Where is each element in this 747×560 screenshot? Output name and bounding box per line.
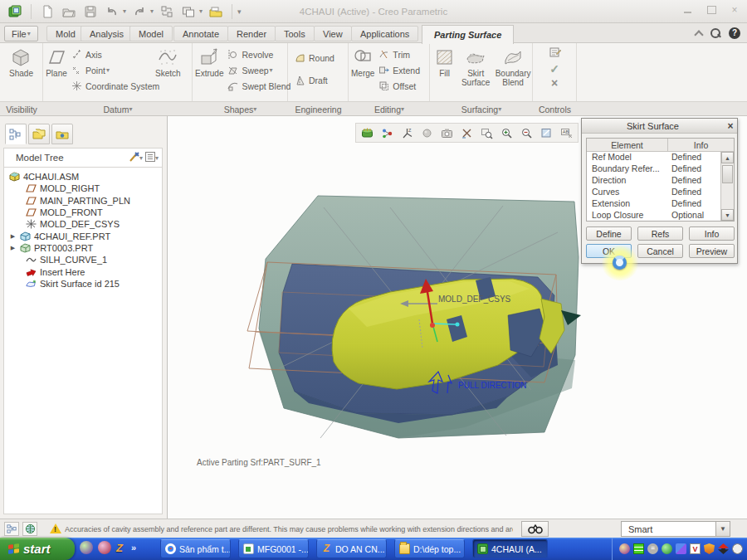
swept-blend-button[interactable]: Swept Blend xyxy=(225,78,293,94)
quick-launch-overflow-icon[interactable]: » xyxy=(131,543,136,553)
preview-button[interactable]: Preview xyxy=(689,244,735,258)
tab-render[interactable]: Render xyxy=(227,26,276,41)
table-row[interactable]: DirectionDefined xyxy=(587,175,720,187)
redo-dropdown-icon[interactable]: ▾ xyxy=(150,7,154,15)
regenerate-icon[interactable] xyxy=(159,3,175,20)
sweep-dropdown-icon[interactable]: ▾ xyxy=(270,66,273,74)
extend-button[interactable]: Extend xyxy=(376,62,422,78)
view-capture-icon[interactable] xyxy=(437,124,456,141)
annotation-display-icon[interactable] xyxy=(457,124,476,141)
task-folder[interactable]: D:\dép top... xyxy=(394,539,465,558)
round-button[interactable]: Round xyxy=(292,50,337,66)
scroll-up-icon[interactable]: ▲ xyxy=(721,152,734,163)
tree-item-mold-def-csys[interactable]: MOLD_DEF_CSYS xyxy=(4,218,162,230)
windows-icon[interactable] xyxy=(180,3,197,20)
updown-arrows-icon[interactable] xyxy=(718,543,729,554)
undo-dropdown-icon[interactable]: ▾ xyxy=(123,7,126,15)
plane-button[interactable]: Plane xyxy=(46,43,67,78)
skirt-surface-button[interactable]: Skirt Surface xyxy=(458,43,493,87)
refs-button[interactable]: Refs xyxy=(637,226,683,241)
close-window-icon[interactable] xyxy=(208,3,224,20)
antivirus-icon[interactable]: V xyxy=(690,543,701,554)
customize-toolbar-icon[interactable]: ▾ xyxy=(237,7,242,16)
dialog-close-icon[interactable]: × xyxy=(724,120,737,132)
tab-parting-surface[interactable]: Parting Surface xyxy=(422,25,514,44)
tree-settings-icon[interactable] xyxy=(129,151,140,164)
z-app-icon[interactable]: Z xyxy=(116,542,123,554)
clock-icon[interactable] xyxy=(732,543,743,554)
spin-center-icon[interactable] xyxy=(417,124,437,141)
selection-filter-dropdown-icon[interactable]: ▼ xyxy=(715,522,730,536)
idm-icon[interactable] xyxy=(662,543,672,554)
favorites-tab-icon[interactable] xyxy=(51,124,73,144)
browser-toggle-icon[interactable] xyxy=(22,522,37,536)
refit-icon[interactable] xyxy=(477,124,496,141)
label-editing[interactable]: Editing▾ xyxy=(349,102,430,116)
open-icon[interactable] xyxy=(61,3,77,20)
tab-analysis[interactable]: Analysis xyxy=(81,26,133,41)
tree-item-mold-front[interactable]: MOLD_FRONT xyxy=(4,207,162,218)
expand-icon[interactable]: ▶ xyxy=(9,245,17,251)
tab-applications[interactable]: Applications xyxy=(351,26,418,41)
tree-item-skirt-surface[interactable]: Skirt Surface id 215 xyxy=(4,278,162,290)
tab-tools[interactable]: Tools xyxy=(275,26,315,41)
search-icon[interactable] xyxy=(710,28,721,39)
tree-item-main-parting-pln[interactable]: MAIN_PARTING_PLN xyxy=(4,195,162,207)
column-element[interactable]: Element xyxy=(587,139,668,151)
tree-item-4chaui-ref[interactable]: ▶ 4CHAUI_REF.PRT xyxy=(4,230,162,241)
cancel-icon[interactable]: × xyxy=(551,77,558,89)
task-chrome[interactable]: Sản phẩm t... xyxy=(160,539,231,558)
tree-settings-dropdown-icon[interactable]: ▾ xyxy=(139,154,143,162)
fill-button[interactable]: Fill xyxy=(432,43,457,78)
save-icon[interactable] xyxy=(82,3,99,20)
windows-dropdown-icon[interactable]: ▾ xyxy=(199,7,203,15)
restore-button[interactable] xyxy=(706,5,717,15)
redo-icon[interactable] xyxy=(131,3,148,20)
accept-icon[interactable]: ✓ xyxy=(549,63,559,75)
app-icon[interactable] xyxy=(7,3,23,20)
label-shapes[interactable]: Shapes▾ xyxy=(193,102,288,116)
messenger-icon[interactable]: = xyxy=(647,543,658,554)
scroll-thumb[interactable] xyxy=(722,165,733,183)
file-menu-button[interactable]: File▾ xyxy=(4,26,38,41)
table-scrollbar[interactable]: ▲ ▼ xyxy=(720,152,734,221)
tree-filters-dropdown-icon[interactable]: ▾ xyxy=(155,154,159,162)
model-tree-tab-icon[interactable] xyxy=(5,124,27,144)
table-row[interactable]: CurvesDefined xyxy=(587,187,720,198)
undo-icon[interactable] xyxy=(104,3,120,20)
table-row[interactable]: Boundary Refer...Defined xyxy=(587,163,720,175)
cancel-button[interactable]: Cancel xyxy=(637,244,683,258)
trim-button[interactable]: Trim xyxy=(376,46,422,62)
csys-display-icon[interactable]: Z xyxy=(398,124,417,141)
tab-mold[interactable]: Mold xyxy=(46,26,85,41)
tree-filters-icon[interactable] xyxy=(144,151,156,164)
boundary-blend-button[interactable]: Boundary Blend xyxy=(494,43,532,87)
table-row[interactable]: Ref ModelDefined xyxy=(587,152,720,163)
axis-button[interactable]: Axis xyxy=(69,46,154,62)
info-button[interactable]: Info xyxy=(689,226,735,241)
display-style-icon[interactable] xyxy=(358,124,377,141)
csys-label[interactable]: MOLD_DEF_CSYS xyxy=(438,295,511,304)
sketch-button[interactable]: Sketch xyxy=(155,43,181,78)
note-display-icon[interactable]: AB xyxy=(557,124,576,141)
point-dropdown-icon[interactable]: ▾ xyxy=(106,66,110,74)
expand-icon[interactable]: ▶ xyxy=(9,233,17,240)
label-datum[interactable]: Datum▾ xyxy=(43,102,193,116)
point-button[interactable]: Point▾ xyxy=(69,62,154,78)
extrude-button[interactable]: Extrude xyxy=(195,43,223,78)
navigator-toggle-icon[interactable] xyxy=(4,522,19,536)
tree-item-insert-here[interactable]: Insert Here xyxy=(4,265,162,277)
define-button[interactable]: Define xyxy=(586,226,632,241)
minimize-button[interactable] xyxy=(682,5,694,15)
find-button[interactable] xyxy=(521,521,549,537)
offset-button[interactable]: Offset xyxy=(376,78,422,94)
folder-browser-tab-icon[interactable] xyxy=(28,124,50,144)
selection-filter[interactable]: Smart ▼ xyxy=(621,521,730,537)
revolve-button[interactable]: Revolve xyxy=(225,46,293,62)
media-ball-icon[interactable] xyxy=(619,543,630,554)
tree-item-assembly[interactable]: 4CHAUI.ASM xyxy=(4,171,162,183)
tree-item-prt0003[interactable]: ▶ PRT0003.PRT xyxy=(4,242,162,254)
tab-model[interactable]: Model xyxy=(129,26,173,41)
close-button[interactable]: × xyxy=(729,5,740,15)
tree-item-silh-curve[interactable]: SILH_CURVE_1 xyxy=(4,254,162,265)
